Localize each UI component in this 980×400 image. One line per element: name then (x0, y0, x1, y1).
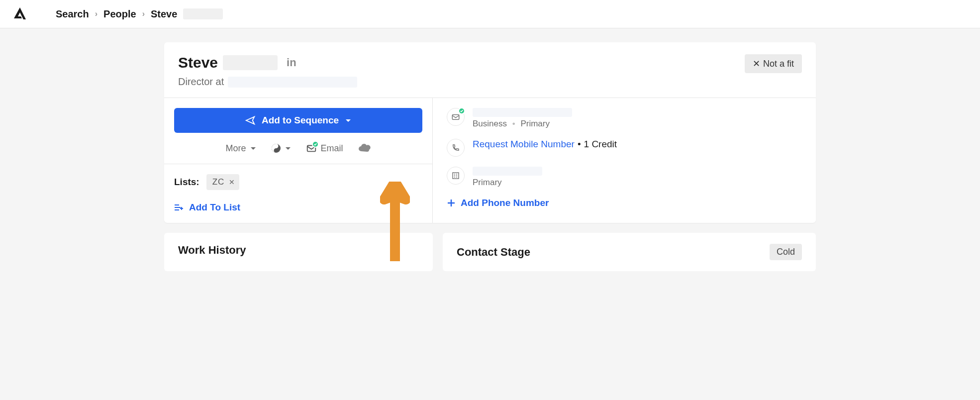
not-a-fit-button[interactable]: ✕ Not a fit (745, 54, 802, 73)
person-first-name: Steve (178, 54, 218, 71)
company-redacted (228, 77, 357, 88)
add-sequence-label: Add to Sequence (262, 115, 339, 126)
verified-badge-icon (458, 107, 465, 114)
contact-email-row: Business • Primary (447, 108, 802, 129)
list-chip[interactable]: ZC ✕ (206, 174, 240, 190)
salesforce-button[interactable] (358, 143, 371, 153)
email-tag-business: Business (473, 119, 507, 128)
email-button[interactable]: Email (306, 143, 343, 154)
credit-text: 1 Credit (584, 139, 617, 150)
email-tag-primary: Primary (520, 119, 550, 128)
role-prefix: Director at (178, 76, 224, 88)
credit-separator: • (578, 139, 581, 150)
contact-stage-title: Contact Stage (457, 246, 530, 259)
building-icon (447, 167, 465, 185)
work-history-card: Work History (164, 233, 433, 271)
breadcrumb: Search › People › Steve (56, 8, 223, 20)
linkedin-icon[interactable]: in (287, 56, 296, 69)
breadcrumb-search[interactable]: Search (56, 8, 89, 20)
add-to-list-label: Add To List (189, 202, 240, 213)
email-label: Email (321, 143, 343, 154)
add-phone-label: Add Phone Number (461, 198, 549, 208)
svg-rect-8 (453, 173, 459, 179)
topbar: Search › People › Steve (0, 0, 980, 28)
company-primary-tag: Primary (473, 178, 542, 188)
phone-icon (447, 139, 465, 157)
close-icon: ✕ (753, 58, 760, 69)
verified-badge-icon (312, 141, 319, 148)
add-to-list-button[interactable]: Add To List (174, 202, 422, 213)
chip-remove-icon[interactable]: ✕ (229, 178, 235, 186)
add-phone-button[interactable]: Add Phone Number (447, 198, 802, 208)
more-dropdown[interactable]: More (225, 143, 256, 154)
lists-label: Lists: (174, 177, 199, 188)
stage-badge[interactable]: Cold (770, 244, 802, 260)
email-tags: Business • Primary (473, 119, 572, 129)
contact-stage-card: Contact Stage Cold (443, 233, 816, 271)
chevron-down-icon (345, 117, 352, 124)
more-label: More (225, 143, 246, 154)
app-logo[interactable] (12, 6, 28, 22)
person-last-name-redacted (223, 55, 278, 70)
chevron-down-icon (285, 145, 291, 151)
email-redacted (473, 108, 572, 117)
mail-icon (447, 108, 465, 126)
yin-yang-icon (271, 143, 281, 153)
work-history-title: Work History (178, 244, 419, 257)
company-phone-redacted (473, 167, 542, 176)
contact-phone-row: Request Mobile Number • 1 Credit (447, 139, 802, 157)
list-add-icon (174, 203, 184, 211)
breadcrumb-person[interactable]: Steve (151, 8, 177, 20)
not-fit-label: Not a fit (763, 59, 794, 69)
contact-company-row: Primary (447, 167, 802, 188)
breadcrumb-people[interactable]: People (103, 8, 136, 20)
breadcrumb-person-redacted (183, 8, 223, 19)
cloud-icon (358, 143, 371, 153)
svg-rect-7 (452, 115, 459, 120)
send-icon (245, 115, 256, 126)
integration-dropdown[interactable] (271, 143, 291, 153)
request-mobile-link[interactable]: Request Mobile Number (473, 139, 575, 150)
chevron-down-icon (250, 145, 256, 151)
person-card: Steve in Director at ✕ Not a fit (164, 42, 816, 223)
add-to-sequence-button[interactable]: Add to Sequence (174, 108, 422, 133)
person-role: Director at (178, 76, 357, 88)
chevron-right-icon: › (142, 9, 145, 18)
list-chip-label: ZC (212, 177, 225, 187)
plus-icon (447, 199, 456, 207)
chevron-right-icon: › (95, 9, 98, 18)
person-name: Steve in (178, 54, 357, 71)
